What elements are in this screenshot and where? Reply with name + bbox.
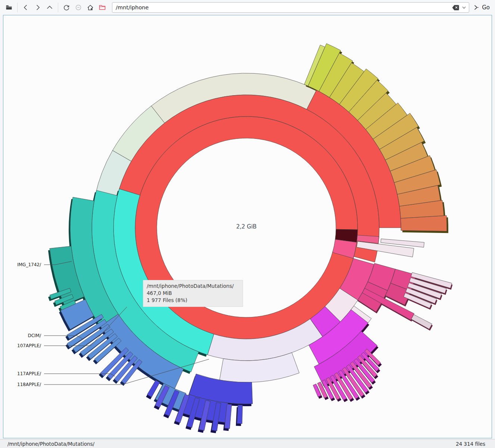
total-size-label: 2,2 GiB xyxy=(194,223,299,230)
toolbar-separator xyxy=(17,3,18,12)
rescan-button[interactable] xyxy=(60,1,72,13)
statusbar: /mnt/iphone/PhotoData/Mutations/ 24 314 … xyxy=(0,439,495,448)
toolbar: Go xyxy=(0,0,495,15)
clear-text-icon xyxy=(452,5,459,10)
back-button[interactable] xyxy=(20,1,32,13)
forward-button[interactable] xyxy=(32,1,44,13)
clear-location-button[interactable] xyxy=(451,3,460,12)
back-icon xyxy=(22,4,29,11)
up-button[interactable] xyxy=(44,1,56,13)
forward-icon xyxy=(34,4,41,11)
statusbar-file-count: 24 314 files xyxy=(456,441,485,447)
scan-folder-button[interactable] xyxy=(3,1,15,13)
tooltip-path: /mnt/iphone/PhotoData/Mutations/ xyxy=(147,283,239,290)
location-bar[interactable] xyxy=(112,2,469,13)
home-icon xyxy=(87,4,94,11)
up-icon xyxy=(46,4,53,11)
reload-icon xyxy=(63,4,70,11)
dropdown-icon xyxy=(461,5,467,10)
tooltip-size: 467,0 MiB xyxy=(147,290,239,297)
open-folder-button[interactable] xyxy=(96,1,108,13)
location-dropdown-button[interactable] xyxy=(460,3,468,12)
filelight-window: Go IMG_1742/DCIM/107APPLE/117APPLE/118AP… xyxy=(0,0,495,448)
tooltip-files: 1 977 Files (8%) xyxy=(147,297,239,304)
red-folder-icon xyxy=(99,4,106,11)
go-arrow-icon xyxy=(472,4,480,11)
statusbar-path: /mnt/iphone/PhotoData/Mutations/ xyxy=(7,441,94,447)
folder-icon xyxy=(5,4,13,11)
home-button[interactable] xyxy=(84,1,96,13)
stop-button[interactable] xyxy=(72,1,84,13)
go-button[interactable]: Go xyxy=(472,4,490,11)
location-input[interactable] xyxy=(112,4,451,10)
segment-tooltip: /mnt/iphone/PhotoData/Mutations/ 467,0 M… xyxy=(143,280,243,307)
toolbar-separator xyxy=(58,3,58,12)
chart-segment[interactable] xyxy=(237,405,243,423)
go-button-label: Go xyxy=(482,4,490,11)
stop-icon xyxy=(75,4,82,11)
